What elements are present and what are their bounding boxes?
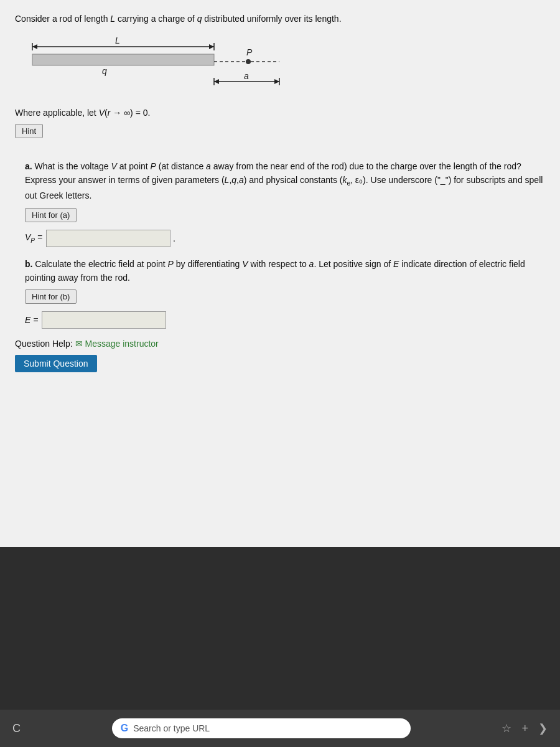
svg-text:P: P bbox=[246, 47, 253, 57]
mail-icon: ✉ bbox=[75, 339, 83, 349]
svg-text:q: q bbox=[102, 66, 107, 76]
submit-question-button[interactable]: Submit Question bbox=[15, 355, 97, 372]
part-a-section: a. What is the voltage V at point P (at … bbox=[25, 159, 545, 247]
part-b-answer-row: E = bbox=[25, 311, 545, 329]
svg-text:a: a bbox=[244, 71, 249, 81]
reload-icon[interactable]: C bbox=[12, 722, 21, 735]
where-applicable: Where applicable, let V(r → ∞) = 0. bbox=[15, 108, 545, 118]
google-logo: G bbox=[121, 723, 128, 734]
rod-diagram: L q P a bbox=[21, 33, 282, 101]
star-icon[interactable]: ☆ bbox=[502, 721, 511, 735]
question-help-row: Question Help: ✉ Message instructor bbox=[15, 339, 545, 349]
browser-icons: ☆ + ❯ bbox=[502, 721, 548, 735]
message-instructor-label: Message instructor bbox=[85, 339, 159, 349]
problem-intro: Consider a rod of length L carrying a ch… bbox=[15, 12, 545, 26]
answer-dot-a: . bbox=[173, 233, 175, 243]
svg-rect-6 bbox=[32, 54, 214, 65]
vp-label: VP = bbox=[25, 232, 42, 244]
dark-area bbox=[0, 547, 560, 710]
svg-marker-14 bbox=[274, 79, 279, 84]
part-b-text: b. Calculate the electric field at point… bbox=[25, 257, 545, 285]
hint-for-a-button[interactable]: Hint for (a) bbox=[25, 208, 77, 222]
message-instructor-link[interactable]: ✉ Message instructor bbox=[75, 339, 159, 349]
diagram: L q P a bbox=[15, 33, 545, 101]
svg-text:L: L bbox=[115, 35, 120, 45]
hint-for-b-button[interactable]: Hint for (b) bbox=[25, 289, 77, 304]
svg-marker-2 bbox=[209, 44, 214, 49]
question-help-label: Question Help: bbox=[15, 339, 73, 349]
e-label: E = bbox=[25, 315, 38, 325]
svg-marker-13 bbox=[214, 79, 219, 84]
svg-point-9 bbox=[246, 59, 251, 64]
vp-input[interactable] bbox=[46, 230, 170, 247]
svg-marker-1 bbox=[32, 44, 37, 49]
bottom-bar: C G Search or type URL ☆ + ❯ bbox=[0, 710, 560, 747]
plus-icon[interactable]: + bbox=[521, 722, 528, 735]
url-bar[interactable]: G Search or type URL bbox=[112, 718, 411, 738]
part-b-section: b. Calculate the electric field at point… bbox=[25, 257, 545, 329]
e-input[interactable] bbox=[42, 311, 166, 329]
part-a-answer-row: VP = . bbox=[25, 230, 545, 247]
part-a-text: a. What is the voltage V at point P (at … bbox=[25, 159, 545, 203]
chevron-icon[interactable]: ❯ bbox=[538, 721, 548, 735]
url-text: Search or type URL bbox=[133, 723, 210, 733]
hint-button[interactable]: Hint bbox=[15, 124, 43, 138]
